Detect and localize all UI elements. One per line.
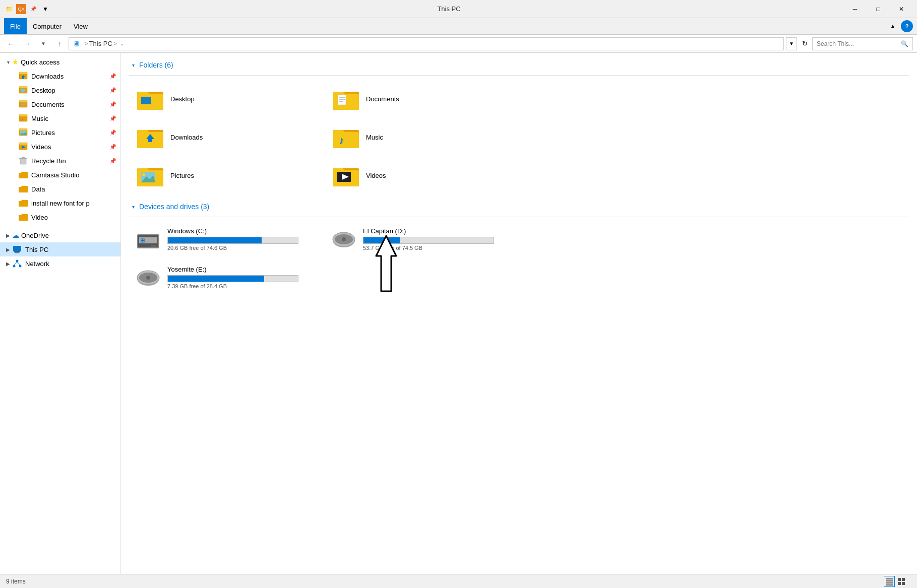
svg-rect-3 (22, 77, 24, 79)
drive-c-bar-fill (168, 237, 262, 243)
minimize-button[interactable]: ─ (843, 0, 867, 18)
sidebar-this-pc[interactable]: ▶ This PC (0, 242, 120, 256)
svg-line-32 (17, 262, 20, 265)
back-button[interactable]: ← (4, 37, 18, 51)
sidebar-quick-access[interactable]: ▾ ★ Quick access (0, 55, 120, 69)
sidebar-item-recycle-bin[interactable]: Recycle Bin 📌 (0, 154, 120, 168)
dropdown-recent-button[interactable]: ▼ (36, 37, 50, 51)
search-input[interactable] (817, 40, 899, 47)
sidebar-item-install-font[interactable]: install new font for p (0, 196, 120, 210)
folder-desktop[interactable]: Desktop (129, 82, 321, 116)
forward-button[interactable]: → (20, 37, 34, 51)
sidebar-item-video[interactable]: Video (0, 210, 120, 224)
view-large-icons-button[interactable] (896, 576, 907, 587)
svg-rect-20 (19, 143, 27, 145)
svg-rect-62 (151, 245, 156, 247)
close-button[interactable]: ✕ (890, 0, 913, 18)
desktop-folder-icon (135, 86, 165, 112)
sidebar-this-pc-label: This PC (25, 246, 116, 253)
drive-d-bar-bg (363, 237, 494, 244)
documents-icon (18, 99, 28, 109)
svg-rect-75 (886, 582, 893, 583)
folder-downloads[interactable]: Downloads (129, 120, 321, 154)
svg-rect-27 (15, 252, 19, 253)
devices-divider (129, 217, 909, 217)
tab-computer[interactable]: Computer (27, 18, 68, 34)
svg-rect-24 (22, 157, 25, 158)
maximize-button[interactable]: □ (867, 0, 890, 18)
folder-pictures[interactable]: Pictures (129, 158, 321, 192)
drive-e-icon (135, 266, 161, 292)
folders-divider (129, 75, 909, 76)
svg-rect-6 (21, 89, 25, 92)
svg-point-28 (16, 260, 19, 263)
svg-rect-5 (19, 86, 27, 88)
folder-documents[interactable]: Documents (325, 82, 516, 116)
svg-rect-76 (886, 584, 893, 585)
sidebar-data-label: Data (31, 185, 116, 193)
up-button[interactable]: ↑ (52, 37, 67, 51)
svg-rect-39 (338, 95, 346, 105)
pin-icon-downloads: 📌 (109, 73, 116, 80)
music-folder-label: Music (366, 134, 383, 141)
sidebar-item-data[interactable]: Data (0, 182, 120, 196)
address-path[interactable]: 🖥 > This PC > ⌄ (69, 37, 784, 50)
refresh-button[interactable]: ↻ (799, 37, 810, 50)
pin-icon-desktop: 📌 (109, 87, 116, 94)
folders-collapse-button[interactable]: ▾ (129, 61, 137, 69)
sidebar-item-downloads[interactable]: Downloads 📌 (0, 69, 120, 83)
sidebar-item-music[interactable]: ♪ Music 📌 (0, 111, 120, 125)
devices-grid: ⊞ Windows (C:) 20.6 GB free of 74.6 GB (129, 223, 516, 296)
videos-icon (18, 142, 28, 152)
sidebar-item-camtasia[interactable]: Camtasia Studio (0, 168, 120, 182)
svg-rect-1 (19, 72, 27, 74)
svg-point-67 (342, 237, 346, 241)
device-yosemite-e[interactable]: Yosemite (E:) 7.39 GB free of 28.4 GB (129, 262, 321, 296)
onedrive-cloud-icon: ☁ (12, 231, 19, 239)
sidebar-documents-label: Documents (31, 101, 107, 108)
sidebar-music-label: Music (31, 115, 107, 122)
folder-videos[interactable]: Videos (325, 158, 516, 192)
status-view-controls (884, 576, 907, 587)
svg-rect-74 (886, 580, 893, 581)
pictures-icon (18, 127, 28, 138)
sidebar-videos-label: Videos (31, 143, 107, 151)
svg-text:♪: ♪ (339, 134, 344, 147)
video-folder-icon (18, 212, 28, 222)
svg-rect-8 (19, 100, 27, 102)
tab-view[interactable]: View (68, 18, 94, 34)
sidebar-network[interactable]: ▶ Network (0, 256, 120, 271)
sidebar-item-desktop[interactable]: Desktop 📌 (0, 83, 120, 97)
pin-icon-videos: 📌 (109, 144, 116, 150)
device-el-capitan-d[interactable]: El Capitan (D:) 53.7 GB free of 74.5 GB (325, 223, 516, 257)
ribbon-collapse-icon[interactable]: ▲ (887, 20, 899, 32)
devices-section-title: Devices and drives (3) (139, 203, 209, 211)
device-windows-c[interactable]: ⊞ Windows (C:) 20.6 GB free of 74.6 GB (129, 223, 321, 257)
address-dropdown-button[interactable]: ▼ (786, 37, 797, 50)
devices-wrapper: ⊞ Windows (C:) 20.6 GB free of 74.6 GB (129, 223, 909, 296)
desktop-folder-label: Desktop (170, 95, 195, 103)
folder-music[interactable]: ♪ Music (325, 120, 516, 154)
sidebar-onedrive[interactable]: ▶ ☁ OneDrive (0, 228, 120, 242)
pin-icon-pictures: 📌 (109, 129, 116, 136)
sidebar-onedrive-label: OneDrive (21, 232, 116, 239)
tab-file[interactable]: File (4, 18, 27, 34)
help-button[interactable]: ? (901, 20, 913, 32)
devices-collapse-button[interactable]: ▾ (129, 203, 137, 211)
svg-text:♪: ♪ (21, 117, 24, 122)
view-details-button[interactable] (884, 576, 895, 587)
dropdown-arrow-icon[interactable]: ▼ (40, 4, 50, 14)
status-item-count: 9 items (6, 578, 884, 585)
sidebar-item-pictures[interactable]: Pictures 📌 (0, 125, 120, 140)
sidebar-quick-access-label: Quick access (21, 58, 116, 66)
search-box[interactable]: 🔍 (812, 37, 913, 50)
drive-e-bar-fill (168, 276, 264, 282)
svg-point-29 (13, 265, 16, 268)
desktop-icon (18, 85, 28, 95)
sidebar-item-documents[interactable]: Documents 📌 (0, 97, 120, 111)
pin-icon-documents: 📌 (109, 101, 116, 108)
downloads-icon (18, 71, 28, 81)
install-font-folder-icon (18, 198, 28, 208)
sidebar-item-videos[interactable]: Videos 📌 (0, 140, 120, 154)
drive-e-bar-bg (167, 275, 298, 282)
